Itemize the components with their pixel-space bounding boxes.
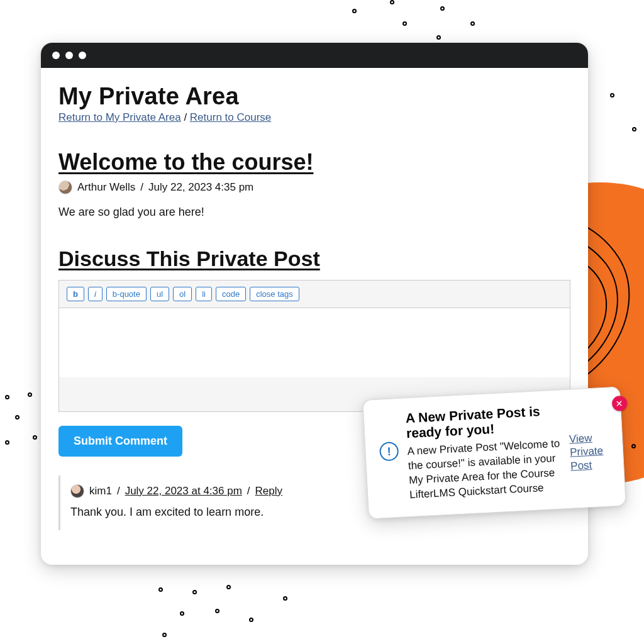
toolbar-btn-bquote[interactable]: b-quote [106,287,147,301]
decor-dot [440,6,445,11]
decor-dot [436,35,441,40]
decor-dot [390,0,394,4]
decor-dot [158,587,163,592]
comment-textarea[interactable] [59,308,570,377]
decor-dot [610,93,614,97]
window-control-max[interactable] [79,52,86,59]
decor-dot [180,611,184,616]
alert-glyph: ! [387,445,391,458]
decor-dot [5,395,9,399]
window-titlebar [41,43,588,68]
decor-dot [28,392,32,397]
comment-reply-link[interactable]: Reply [255,485,282,497]
decor-dot [402,21,407,26]
notification-popover: ✕ ! A New Private Post is ready for you!… [362,386,626,519]
decor-dot [631,444,636,448]
decor-dot [249,618,253,622]
avatar [58,180,72,194]
editor-toolbar: b i b-quote ul ol li code close tags [59,280,570,308]
notification-title: A New Private Post is ready for you! [405,403,560,441]
window-control-close[interactable] [52,52,60,59]
page-title: My Private Area [58,83,570,110]
decor-dot [215,609,219,613]
toolbar-btn-li[interactable]: li [196,287,212,301]
post-title: Welcome to the course! [58,149,570,175]
breadcrumb-return-area[interactable]: Return to My Private Area [58,111,181,123]
decor-dot [352,9,357,13]
decor-dot [226,585,231,589]
decor-dot [283,596,287,601]
view-private-post-link[interactable]: View Private Post [569,430,611,472]
toolbar-btn-bold[interactable]: b [67,287,84,301]
decor-dot [33,435,37,440]
comment-datetime-link[interactable]: July 22, 2023 at 4:36 pm [125,485,242,497]
decor-dot [192,590,197,594]
notification-body: A new Private Post "Welcome to the cours… [407,437,563,502]
decor-dot [15,415,19,419]
comment-editor: b i b-quote ul ol li code close tags [58,280,570,412]
decor-dot [470,21,475,26]
breadcrumb-sep: / [184,111,187,123]
breadcrumb-return-course[interactable]: Return to Course [190,111,271,123]
toolbar-btn-italic[interactable]: i [88,287,103,301]
submit-comment-button[interactable]: Submit Comment [58,426,182,457]
meta-sep: / [140,181,143,194]
decor-dot [632,127,636,131]
close-glyph: ✕ [616,398,624,409]
toolbar-btn-code[interactable]: code [216,287,246,301]
post-author: Arthur Wells [77,181,135,194]
decor-dot [5,440,9,445]
toolbar-btn-ul[interactable]: ul [150,287,169,301]
discuss-heading: Discuss This Private Post [58,247,570,271]
post-body: We are so glad you are here! [58,206,570,219]
post-meta: Arthur Wells / July 22, 2023 4:35 pm [58,180,570,194]
comment-sep: / [247,485,250,497]
toolbar-btn-closetags[interactable]: close tags [250,287,299,301]
avatar [70,484,84,498]
toolbar-btn-ol[interactable]: ol [173,287,192,301]
window-control-min[interactable] [65,52,73,59]
post-datetime: July 22, 2023 4:35 pm [148,181,253,194]
decor-dot [162,633,167,637]
alert-icon: ! [379,441,399,462]
breadcrumb: Return to My Private Area / Return to Co… [58,111,570,124]
comment-author: kim1 [89,485,112,497]
comment-sep: / [117,485,120,497]
